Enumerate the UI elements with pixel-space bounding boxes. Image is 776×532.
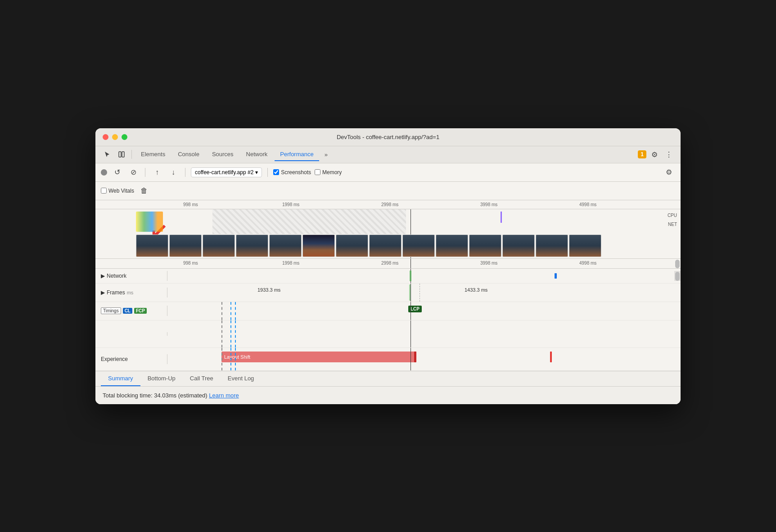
more-options-icon[interactable]: ⋮ bbox=[663, 148, 675, 161]
bottom-content: Total blocking time: 34.03ms (estimated)… bbox=[95, 387, 681, 404]
timings-track-row: Timings CL FCP LCP bbox=[95, 302, 681, 320]
screenshot-thumb[interactable] bbox=[269, 234, 302, 257]
ruler-mark-b3: 2998 ms bbox=[381, 261, 398, 266]
ruler-mark-2: 1998 ms bbox=[282, 202, 299, 207]
upload-icon[interactable]: ↑ bbox=[151, 166, 163, 179]
frames-cursor bbox=[411, 284, 411, 302]
network-track-label[interactable]: ▶ Network bbox=[95, 271, 167, 281]
web-vitals-bar: Web Vitals 🗑 bbox=[95, 182, 681, 200]
network-track-content bbox=[167, 269, 674, 283]
exp-dashed-1 bbox=[221, 348, 222, 370]
network-scrollbar-thumb bbox=[675, 272, 680, 281]
screenshot-thumb[interactable] bbox=[236, 234, 268, 257]
memory-checkbox[interactable] bbox=[315, 169, 320, 175]
screenshots-checkbox-label[interactable]: Screenshots bbox=[273, 169, 311, 176]
experience-label: Experience bbox=[101, 356, 128, 362]
title-bar: DevTools - coffee-cart.netlify.app/?ad=1 bbox=[95, 128, 681, 146]
experience-track-label[interactable]: Experience bbox=[95, 354, 167, 364]
ruler-mark-b5: 4998 ms bbox=[579, 261, 596, 266]
tab-network[interactable]: Network bbox=[241, 148, 273, 161]
screenshot-thumb[interactable] bbox=[369, 234, 402, 257]
screenshot-thumb[interactable] bbox=[203, 234, 235, 257]
frames-expand-icon: ▶ bbox=[101, 289, 105, 296]
timings-track-label[interactable]: Timings CL FCP bbox=[95, 306, 167, 316]
record-button[interactable] bbox=[101, 169, 107, 176]
frames-track-content: 1933.3 ms 1433.3 ms bbox=[167, 284, 674, 302]
frames-dashed bbox=[420, 284, 420, 302]
maximize-button[interactable] bbox=[122, 134, 127, 140]
memory-checkbox-label[interactable]: Memory bbox=[315, 169, 342, 176]
screenshot-thumb[interactable] bbox=[402, 234, 435, 257]
frames-ms-label: ms bbox=[127, 290, 134, 295]
tab-sources[interactable]: Sources bbox=[207, 148, 239, 161]
bottom-tabs: Summary Bottom-Up Call Tree Event Log bbox=[95, 371, 681, 387]
screenshot-thumb[interactable] bbox=[336, 234, 368, 257]
spacer-content bbox=[167, 320, 674, 347]
spacer-cursor bbox=[411, 320, 411, 347]
network-expand-icon: ▶ bbox=[101, 273, 105, 279]
layout-shift-end bbox=[414, 352, 416, 362]
screenshot-thumb[interactable] bbox=[569, 234, 601, 257]
exp-dashed-2 bbox=[230, 348, 231, 370]
net-label: NET bbox=[668, 222, 677, 227]
screenshot-thumb[interactable] bbox=[536, 234, 568, 257]
timings-tag: Timings bbox=[101, 307, 121, 314]
screenshot-thumb[interactable] bbox=[302, 234, 335, 257]
spacer-label bbox=[95, 332, 167, 336]
tab-elements[interactable]: Elements bbox=[135, 148, 171, 161]
network-resource-bar bbox=[410, 271, 411, 281]
cursor-line-bottom bbox=[411, 259, 411, 268]
screenshot-thumb[interactable] bbox=[136, 234, 168, 257]
exp-dashed-3 bbox=[235, 348, 236, 370]
tab-performance[interactable]: Performance bbox=[275, 148, 319, 161]
main-content: 998 ms 1998 ms 2998 ms 3998 ms 4998 ms C… bbox=[95, 200, 681, 404]
network-scrollbar[interactable] bbox=[674, 271, 681, 281]
cursor-icon[interactable] bbox=[101, 148, 113, 161]
screenshot-thumb[interactable] bbox=[169, 234, 202, 257]
layout-shift-bar2 bbox=[550, 352, 552, 362]
timings-track-content: LCP bbox=[167, 302, 674, 320]
screenshot-thumb[interactable] bbox=[469, 234, 501, 257]
window-title: DevTools - coffee-cart.netlify.app/?ad=1 bbox=[337, 134, 439, 140]
web-vitals-checkbox-label[interactable]: Web Vitals bbox=[101, 188, 134, 194]
scrollbar-thumb[interactable] bbox=[675, 260, 680, 268]
dashed-line-1 bbox=[221, 302, 222, 320]
more-tabs-button[interactable]: » bbox=[321, 149, 331, 160]
frames-track-label[interactable]: ▶ Frames ms bbox=[95, 288, 167, 298]
issues-badge[interactable]: 1 bbox=[638, 150, 646, 158]
screenshot-thumb[interactable] bbox=[502, 234, 535, 257]
reload-icon[interactable]: ↺ bbox=[111, 166, 123, 179]
screenshot-thumb[interactable] bbox=[436, 234, 468, 257]
clear-icon[interactable]: ⊘ bbox=[127, 166, 140, 179]
ruler-mark-1: 998 ms bbox=[183, 202, 198, 207]
settings-icon[interactable]: ⚙ bbox=[648, 148, 661, 161]
tab-bottom-up[interactable]: Bottom-Up bbox=[140, 371, 183, 386]
learn-more-link[interactable]: Learn more bbox=[209, 392, 239, 399]
ruler-mark-4: 3998 ms bbox=[480, 202, 497, 207]
layout-shift-bar[interactable]: Layout Shift bbox=[221, 352, 415, 362]
web-vitals-checkbox[interactable] bbox=[101, 188, 107, 194]
trash-icon[interactable]: 🗑 bbox=[138, 185, 150, 197]
details-panel: ▶ Network ▶ bbox=[95, 269, 681, 371]
frames-track-row: ▶ Frames ms 1933.3 ms 1433.3 ms bbox=[95, 284, 681, 302]
separator2 bbox=[145, 168, 145, 177]
traffic-lights bbox=[103, 134, 127, 140]
close-button[interactable] bbox=[103, 134, 108, 140]
svg-rect-1 bbox=[122, 152, 124, 157]
separator3 bbox=[185, 168, 185, 177]
screenshots-strip bbox=[136, 234, 681, 258]
url-selector[interactable]: coffee-cart.netlify.app #2 ▾ bbox=[191, 167, 262, 177]
performance-settings-icon[interactable]: ⚙ bbox=[663, 166, 675, 179]
tab-summary[interactable]: Summary bbox=[101, 371, 140, 386]
dock-icon[interactable] bbox=[115, 148, 128, 161]
timeline-scrollbar[interactable] bbox=[674, 259, 681, 268]
screenshots-checkbox[interactable] bbox=[273, 169, 279, 175]
dashed-v3 bbox=[235, 320, 236, 347]
tab-console[interactable]: Console bbox=[172, 148, 205, 161]
minimize-button[interactable] bbox=[112, 134, 118, 140]
tab-call-tree[interactable]: Call Tree bbox=[183, 371, 221, 386]
network-track-row: ▶ Network bbox=[95, 269, 681, 284]
tab-event-log[interactable]: Event Log bbox=[221, 371, 262, 386]
download-icon[interactable]: ↓ bbox=[167, 166, 180, 179]
cl-tag: CL bbox=[123, 308, 132, 314]
